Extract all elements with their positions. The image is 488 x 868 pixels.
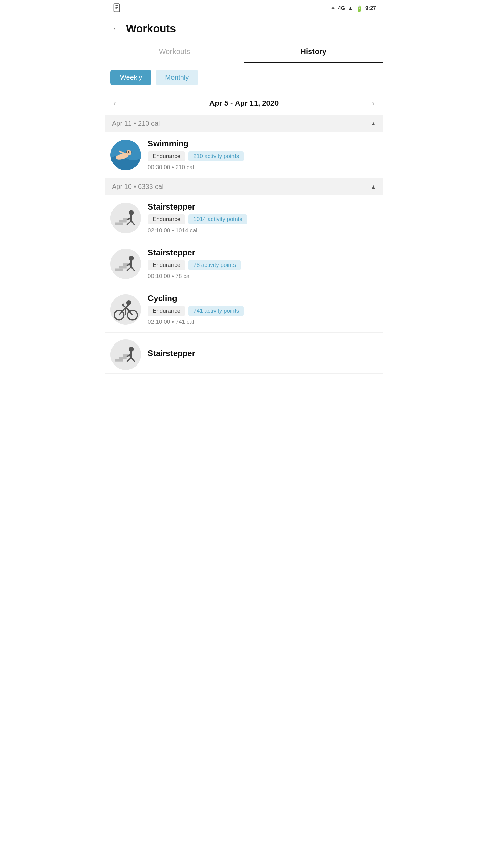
svg-rect-22 [115,269,123,271]
day-date-apr11: Apr 11 • 210 cal [112,120,160,127]
tag-points-cycling: 741 activity points [188,306,244,316]
workout-meta-stairstepper2: 00:10:00 • 78 cal [148,273,378,280]
svg-rect-13 [115,223,123,225]
next-date-button[interactable]: › [372,98,375,108]
weekly-filter-button[interactable]: Weekly [110,70,151,85]
date-navigator: ‹ Apr 5 - Apr 11, 2020 › [105,92,383,115]
tab-history[interactable]: History [244,40,383,63]
filter-bar: Weekly Monthly [105,63,383,92]
workout-meta-cycling: 02:10:00 • 741 cal [148,319,378,326]
signal-label: 4G [338,5,345,12]
back-button[interactable]: ← [112,23,121,34]
avatar-stairstepper2 [110,249,141,279]
workout-name-cycling: Cycling [148,294,378,303]
collapse-icon-apr11[interactable]: ▲ [371,121,376,127]
svg-point-37 [126,300,131,305]
workout-meta-swimming: 00:30:00 • 210 cal [148,164,378,171]
workout-meta-stairstepper1: 02:10:00 • 1014 cal [148,227,378,234]
workout-details-stairstepper3: Stairstepper [148,349,378,361]
tag-endurance-cycling: Endurance [148,306,185,316]
workout-details-cycling: Cycling Endurance 741 activity points 02… [148,294,378,326]
header: ← Workouts [105,17,383,40]
workout-item-cycling[interactable]: Cycling Endurance 741 activity points 02… [105,287,383,333]
status-right-area: ⚭ 4G ▲ 🔋 9:27 [331,5,376,12]
workout-details-swimming: Swimming Endurance 210 activity points 0… [148,139,378,171]
date-range-label: Apr 5 - Apr 11, 2020 [209,99,279,108]
workout-tags-stairstepper1: Endurance 1014 activity points [148,214,378,224]
time-display: 9:27 [365,5,376,12]
tag-points-swimming: 210 activity points [188,151,244,161]
workout-tags-cycling: Endurance 741 activity points [148,306,378,316]
workout-item-stairstepper3[interactable]: Stairstepper [105,333,383,374]
workout-name-stairstepper1: Stairstepper [148,202,378,212]
avatar-cycling [110,294,141,325]
day-header-apr11[interactable]: Apr 11 • 210 cal ▲ [105,115,383,132]
tag-endurance-stairstepper1: Endurance [148,214,185,224]
battery-icon: 🔋 [356,5,363,12]
workout-item-swimming[interactable]: Swimming Endurance 210 activity points 0… [105,132,383,178]
workout-details-stairstepper2: Stairstepper Endurance 78 activity point… [148,248,378,280]
bluetooth-icon: ⚭ [331,5,335,12]
monthly-filter-button[interactable]: Monthly [156,70,198,85]
page-title: Workouts [126,22,176,35]
day-calories-apr11: • 210 cal [134,120,160,127]
workout-item-stairstepper2[interactable]: Stairstepper Endurance 78 activity point… [105,241,383,287]
workout-tags-stairstepper2: Endurance 78 activity points [148,260,378,270]
workout-details-stairstepper1: Stairstepper Endurance 1014 activity poi… [148,202,378,234]
collapse-icon-apr10[interactable]: ▲ [371,184,376,190]
svg-rect-14 [119,220,127,222]
tag-points-stairstepper1: 1014 activity points [188,214,247,224]
avatar-stairstepper3 [110,339,141,370]
workout-tags-swimming: Endurance 210 activity points [148,151,378,161]
workout-name-stairstepper3: Stairstepper [148,349,378,358]
day-section-apr11: Apr 11 • 210 cal ▲ Swi [105,115,383,178]
day-date-apr10: Apr 10 • 6333 cal [112,183,164,191]
workout-name-stairstepper2: Stairstepper [148,248,378,257]
workout-item-stairstepper1[interactable]: Stairstepper Endurance 1014 activity poi… [105,195,383,241]
day-calories-apr10: • 6333 cal [134,183,164,190]
prev-date-button[interactable]: ‹ [113,98,116,108]
tag-endurance-stairstepper2: Endurance [148,260,185,270]
avatar-stairstepper1 [110,203,141,233]
svg-rect-44 [119,357,127,359]
tabs-bar: Workouts History [105,40,383,63]
tag-points-stairstepper2: 78 activity points [188,260,241,270]
svg-rect-43 [115,359,123,362]
tab-workouts[interactable]: Workouts [105,40,244,63]
day-header-apr10[interactable]: Apr 10 • 6333 cal ▲ [105,178,383,195]
day-section-apr10: Apr 10 • 6333 cal ▲ Stairstepper [105,178,383,374]
status-bar: ⚭ 4G ▲ 🔋 9:27 [105,0,383,17]
status-left-icon [112,3,121,14]
avatar-swimming [110,140,141,170]
tag-endurance-swimming: Endurance [148,151,185,161]
signal-bars-icon: ▲ [348,5,353,12]
svg-rect-23 [119,266,127,268]
workout-name-swimming: Swimming [148,139,378,149]
